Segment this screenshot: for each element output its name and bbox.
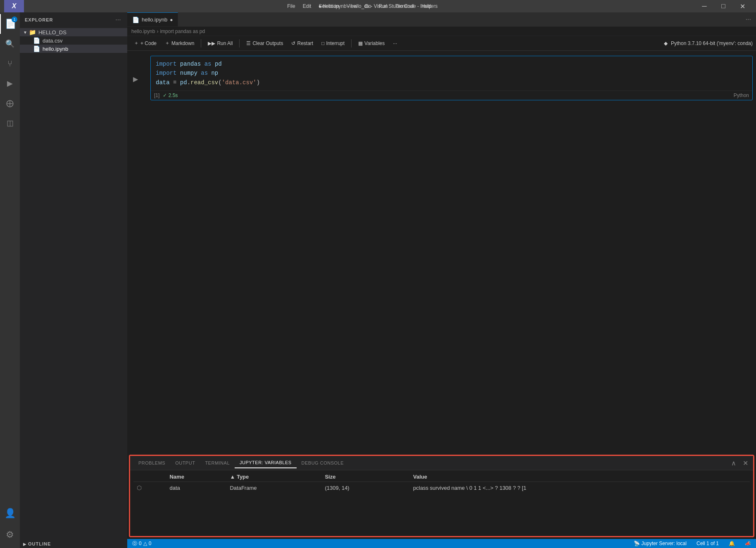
op-equals: = <box>170 78 180 87</box>
table-header-row: Name ▲ Type Size Value <box>133 472 750 482</box>
minimize-button[interactable]: ─ <box>695 0 714 12</box>
interrupt-icon: □ <box>321 40 324 46</box>
row-value-cell: pclass survived name \ 0 1 1 <...> ? 130… <box>410 482 750 494</box>
add-markdown-label: Markdown <box>171 40 194 46</box>
kernel-info: ◆ Python 3.7.10 64-bit ('myenv': conda) <box>664 40 753 46</box>
row-type-cell: DataFrame <box>226 482 321 494</box>
tab-hello-ipynb[interactable]: 📄 hello.ipynb ● <box>127 12 178 26</box>
status-right: 📡 Jupyter Server: local Cell 1 of 1 🔔 📣 <box>632 539 753 548</box>
activity-explorer[interactable]: 📄 1 <box>0 14 20 34</box>
activity-debug[interactable]: ▶ <box>0 74 20 93</box>
folder-hello-ds[interactable]: ▼ 📁 HELLO_DS <box>20 28 127 36</box>
col-type-header-2[interactable]: ▲ Type <box>226 472 321 482</box>
clear-outputs-button[interactable]: ☰ Clear Outputs <box>243 39 286 47</box>
file-hello-ipynb[interactable]: 📄 hello.ipynb <box>20 45 127 53</box>
file-icon-csv: 📄 <box>33 37 40 44</box>
cell-content[interactable]: import pandas as pd import numpy <box>150 56 753 100</box>
activity-account[interactable]: 👤 <box>0 503 20 523</box>
sidebar-more-button[interactable]: ··· <box>114 16 122 24</box>
sidebar-header: EXPLORER ··· <box>20 12 127 27</box>
tab-terminal[interactable]: TERMINAL <box>200 458 235 468</box>
run-all-button[interactable]: ▶▶ Run All <box>204 39 236 47</box>
variables-table-container: Name ▲ Type Size Value <box>130 470 753 536</box>
activity-remote[interactable]: ◫ <box>0 113 20 133</box>
code-line-1: import pandas as pd <box>156 59 747 69</box>
activity-settings[interactable]: ⚙ <box>0 525 20 545</box>
panel-tab-bar: PROBLEMS OUTPUT TERMINAL JUPYTER: VARIAB… <box>130 456 753 470</box>
table-row: ⬡ data DataFrame (1309, 14) <box>133 482 750 494</box>
status-notification[interactable]: 🔔 <box>727 539 737 548</box>
app-logo: X <box>4 0 24 12</box>
toolbar-divider-2 <box>239 39 240 47</box>
menu-file[interactable]: File <box>284 2 298 10</box>
code-editor[interactable]: import pandas as pd import numpy <box>151 56 752 90</box>
status-jupyter-server[interactable]: 📡 Jupyter Server: local <box>632 539 688 548</box>
op-dot: . <box>187 78 190 87</box>
folder-section: ▼ 📁 HELLO_DS 📄 data.csv 📄 hello.ipynb <box>20 27 127 54</box>
folder-icon: 📁 <box>29 29 36 36</box>
panel-controls: ∧ ✕ <box>730 458 750 468</box>
status-left: ⓪ 0 △ 0 <box>131 539 153 548</box>
variables-icon: ▦ <box>358 40 363 46</box>
extensions-icon: ⨁ <box>6 99 14 108</box>
folder-arrow-icon: ▼ <box>23 30 27 35</box>
col-value-header[interactable]: Value <box>410 472 750 482</box>
warning-count: 0 <box>149 541 152 546</box>
outline-section[interactable]: ▶ OUTLINE <box>20 540 127 548</box>
file-data-csv[interactable]: 📄 data.csv <box>20 36 127 45</box>
kernel-label[interactable]: Python 3.7.10 64-bit ('myenv': conda) <box>671 40 753 46</box>
panel-close-button[interactable]: ✕ <box>741 458 750 468</box>
remote-icon: ◫ <box>7 119 14 128</box>
cell-position-label: Cell 1 of 1 <box>697 541 719 546</box>
activity-extensions[interactable]: ⨁ <box>0 93 20 113</box>
cell-number: [1] <box>154 93 159 98</box>
tab-output[interactable]: OUTPUT <box>170 458 200 468</box>
add-code-label: + Code <box>140 40 157 46</box>
cell-area: ▶ import pandas as pd <box>127 51 756 453</box>
menu-edit[interactable]: Edit <box>300 2 315 10</box>
toolbar-more-button[interactable]: ··· <box>390 39 400 47</box>
keyword-import-2: import <box>156 69 176 78</box>
add-markdown-button[interactable]: ＋ Markdown <box>162 38 197 48</box>
keyword-as-1: as <box>204 59 212 69</box>
tab-jupyter-variables[interactable]: JUPYTER: VARIABLES <box>235 458 297 468</box>
breadcrumb-part-2[interactable]: import pandas as pd <box>160 28 205 34</box>
tab-debug-console[interactable]: DEBUG CONSOLE <box>297 458 349 468</box>
jupyter-variables-panel: PROBLEMS OUTPUT TERMINAL JUPYTER: VARIAB… <box>129 455 754 537</box>
more-icon: ··· <box>393 40 397 46</box>
notebook-toolbar: ＋ + Code ＋ Markdown ▶▶ Run All ☰ Clear O… <box>127 36 756 51</box>
interrupt-button[interactable]: □ Interrupt <box>318 39 348 47</box>
run-all-icon: ▶▶ <box>208 40 215 46</box>
run-all-label: Run All <box>217 40 233 46</box>
restart-label: Restart <box>297 40 313 46</box>
activity-source-control[interactable]: ⑂ <box>0 54 20 74</box>
col-type-header[interactable]: Name <box>166 472 226 482</box>
add-code-button[interactable]: ＋ + Code <box>131 38 160 48</box>
breadcrumb-part-1[interactable]: hello.ipynb <box>131 28 155 34</box>
editor-area: 📄 hello.ipynb ● ··· hello.ipynb › import… <box>127 12 756 548</box>
tab-filename: hello.ipynb <box>142 17 167 23</box>
tab-more-button[interactable]: ··· <box>741 12 756 26</box>
variables-label: Variables <box>364 40 385 46</box>
col-name-header[interactable] <box>133 472 166 482</box>
file-name-ipynb: hello.ipynb <box>43 46 68 52</box>
tab-bar: 📄 hello.ipynb ● ··· <box>127 12 756 27</box>
account-icon: 👤 <box>5 508 16 519</box>
panel-collapse-button[interactable]: ∧ <box>730 458 738 468</box>
cell-run-button[interactable]: ▶ <box>131 74 140 84</box>
status-cell-position[interactable]: Cell 1 of 1 <box>695 539 720 548</box>
var-pd: pd <box>180 78 187 87</box>
window-controls: ─ □ ✕ <box>695 0 752 12</box>
restart-button[interactable]: ↺ Restart <box>288 39 316 47</box>
activity-search[interactable]: 🔍 <box>0 34 20 54</box>
status-broadcast[interactable]: 📣 <box>743 539 753 548</box>
tab-problems[interactable]: PROBLEMS <box>133 458 170 468</box>
jupyter-server-icon: 📡 <box>634 541 640 546</box>
col-size-header[interactable]: Size <box>321 472 410 482</box>
op-paren-close: ) <box>257 78 260 87</box>
open-variable-icon[interactable]: ⬡ <box>137 484 142 491</box>
status-errors[interactable]: ⓪ 0 △ 0 <box>131 539 153 548</box>
variables-button[interactable]: ▦ Variables <box>355 39 388 47</box>
maximize-button[interactable]: □ <box>714 0 733 12</box>
close-button[interactable]: ✕ <box>733 0 752 12</box>
